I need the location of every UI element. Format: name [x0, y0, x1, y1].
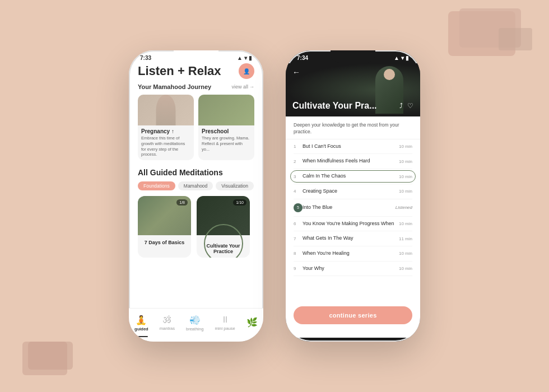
notch-right — [331, 50, 375, 63]
track-name-8: When You're Healing — [303, 250, 399, 257]
all-meditations-title: All Guided Meditations — [138, 168, 254, 177]
track-num-7: 7 — [294, 236, 303, 241]
track-name-4: Creating Space — [303, 188, 399, 195]
nav-minipause[interactable]: ⏸ mini pause — [215, 315, 235, 331]
nav-breathing[interactable]: 💨 breathing — [186, 315, 203, 332]
track-item-3[interactable]: 3 Calm In The Chaos 10 min — [294, 169, 412, 184]
bottom-nav: 🧘 guided 🕉 mantras 💨 breathing ⏸ mini pa… — [129, 308, 263, 342]
share-button[interactable]: ⤴ — [399, 102, 403, 110]
track-name-1: But I Can't Focus — [303, 143, 399, 150]
7days-card-image: 1/8 — [138, 196, 191, 235]
bg-decoration-2 — [499, 28, 532, 50]
track-duration-5: Listened — [396, 205, 412, 210]
track-num-6: 6 — [294, 221, 303, 226]
pregnancy-card-image — [138, 95, 194, 125]
view-all-link[interactable]: view all → — [231, 84, 254, 90]
hero-actions: ⤴ ♡ — [399, 102, 413, 110]
notch-left — [174, 50, 218, 63]
signal-icon: ▲ — [237, 55, 243, 61]
wifi-icon: ▾ — [244, 55, 247, 61]
cultivate-card-title: Cultivate Your Practice — [200, 243, 246, 254]
track-num-4: 4 — [294, 189, 303, 194]
nav-mantras[interactable]: 🕉 mantras — [160, 315, 175, 331]
preschool-card-body: Preschool They are growing. Mama. Reflec… — [198, 125, 254, 155]
track-num-3: 3 — [294, 174, 303, 179]
page-header: Listen + Relax 👤 — [138, 63, 254, 79]
pregnancy-card-desc: Embrace this time of growth with meditat… — [141, 136, 190, 157]
journey-card-pregnancy[interactable]: Pregnancy ↑ Embrace this time of growth … — [138, 95, 194, 160]
journey-section-header: Your Mamahood Journey view all → — [138, 83, 254, 90]
breathing-icon: 💨 — [189, 315, 201, 325]
track-name-5: Into The Blue — [303, 204, 396, 211]
meditation-cards: 1/8 7 Days of Basics 1/10 Cultivate Your… — [138, 196, 254, 258]
7days-card-body: 7 Days of Basics — [138, 235, 191, 249]
track-item-7[interactable]: 7 What Gets In The Way 11 min — [294, 231, 412, 246]
journey-label: Your Mamahood Journey — [138, 83, 211, 90]
back-button[interactable]: ← — [292, 68, 300, 77]
right-body: Deepen your knowledge to get the most fr… — [286, 116, 420, 338]
guided-label: guided — [134, 326, 148, 332]
series-description: Deepen your knowledge to get the most fr… — [286, 116, 420, 139]
right-wifi-icon: ▾ — [401, 55, 404, 61]
7days-badge: 1/8 — [176, 199, 188, 206]
med-card-7days[interactable]: 1/8 7 Days of Basics — [138, 196, 191, 258]
filter-tabs: Foundations Mamahood Visualization M — [138, 181, 254, 190]
home-bar — [336, 333, 370, 334]
home-indicator — [286, 329, 420, 338]
left-phone: 7:33 ▲ ▾ ▮ Listen + Relax 👤 Your Mamahoo… — [129, 50, 263, 342]
nav-extra[interactable]: 🌿 — [246, 317, 258, 329]
track-item-9[interactable]: 9 Your Why 10 min — [294, 262, 412, 277]
nav-guided[interactable]: 🧘 guided — [134, 315, 148, 332]
filter-tab-visualization[interactable]: Visualization — [216, 181, 254, 190]
track-name-3: Calm In The Chaos — [303, 173, 399, 180]
track-num-9: 9 — [294, 266, 303, 271]
guided-icon: 🧘 — [136, 315, 147, 325]
phones-container: 7:33 ▲ ▾ ▮ Listen + Relax 👤 Your Mamahoo… — [129, 50, 420, 342]
filter-tab-mamahood[interactable]: Mamahood — [178, 181, 213, 190]
track-item-2[interactable]: 2 When Mindfulness Feels Hard 10 min — [294, 154, 412, 169]
right-battery-icon: ▮ — [406, 55, 409, 61]
track-item-4[interactable]: 4 Creating Space 10 min — [294, 184, 412, 199]
med-card-cultivate[interactable]: 1/10 Cultivate Your Practice — [197, 196, 250, 258]
track-num-2: 2 — [294, 159, 303, 164]
right-phone: 7:34 ▲ ▾ ▮ ← Cultivate Your Pra... ⤴ ♡ — [286, 50, 420, 342]
preschool-card-image — [198, 95, 254, 125]
hero-title: Cultivate Your Pra... — [292, 100, 377, 111]
right-signal-icon: ▲ — [394, 55, 399, 61]
track-list: 1 But I Can't Focus 10 min 2 When Mindfu… — [286, 139, 420, 302]
track-name-7: What Gets In The Way — [303, 235, 399, 242]
extra-icon: 🌿 — [246, 317, 258, 328]
track-item-1[interactable]: 1 But I Can't Focus 10 min — [294, 139, 412, 155]
track-item-8[interactable]: 8 When You're Healing 10 min — [294, 246, 412, 262]
status-icons-left: ▲ ▾ ▮ — [237, 55, 252, 61]
time-right: 7:34 — [297, 55, 308, 61]
battery-icon: ▮ — [249, 55, 252, 61]
filter-tab-foundations[interactable]: Foundations — [138, 181, 175, 190]
continue-series-button[interactable]: continue series — [294, 306, 412, 324]
track-item-6[interactable]: 6 You Know You're Making Progress When 1… — [294, 217, 412, 232]
track-num-1: 1 — [294, 144, 303, 149]
right-status-icons: ▲ ▾ ▮ — [394, 55, 409, 61]
cultivate-card-body: Cultivate Your Practice — [197, 235, 250, 258]
right-hero: ← Cultivate Your Pra... ⤴ ♡ — [286, 63, 420, 116]
breathing-label: breathing — [186, 326, 203, 332]
track-num-8: 8 — [294, 251, 303, 256]
left-phone-content: Listen + Relax 👤 Your Mamahood Journey v… — [129, 63, 263, 321]
track-duration-3: 10 min — [399, 174, 412, 179]
right-phone-content: ← Cultivate Your Pra... ⤴ ♡ Deepen your … — [286, 63, 420, 338]
avatar-icon: 👤 — [243, 68, 250, 74]
7days-card-title: 7 Days of Basics — [141, 240, 188, 245]
track-name-6: You Know You're Making Progress When — [303, 221, 399, 227]
pregnancy-card-title: Pregnancy ↑ — [141, 128, 190, 134]
journey-card-preschool[interactable]: Preschool They are growing. Mama. Reflec… — [198, 95, 254, 160]
track-duration-1: 10 min — [399, 144, 412, 149]
favorite-button[interactable]: ♡ — [407, 102, 413, 110]
track-duration-4: 10 min — [399, 189, 412, 194]
cultivate-card-image: 1/10 — [197, 196, 250, 235]
track-duration-2: 10 min — [399, 159, 412, 164]
track-item-5[interactable]: 5 Into The Blue Listened — [294, 199, 412, 217]
avatar-button[interactable]: 👤 — [239, 63, 254, 79]
pregnancy-card-body: Pregnancy ↑ Embrace this time of growth … — [138, 125, 194, 160]
track-duration-8: 10 min — [399, 251, 412, 256]
journey-cards: Pregnancy ↑ Embrace this time of growth … — [138, 95, 254, 160]
